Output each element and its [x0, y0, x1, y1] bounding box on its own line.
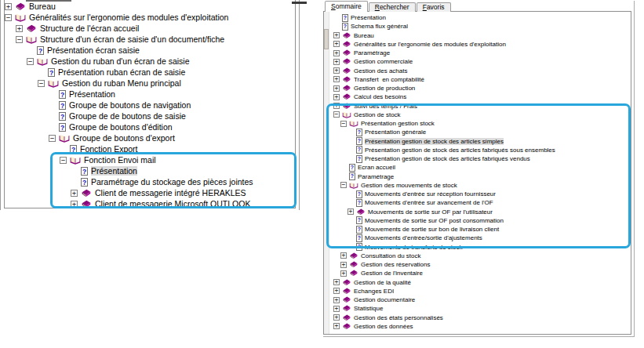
tree-item[interactable]: +Gestion des états personnalisés — [330, 314, 630, 322]
tree-item[interactable]: ?Groupe de boutons de navigation — [5, 100, 295, 111]
help-topic-icon: ? — [356, 199, 362, 207]
tree-item[interactable]: ?Mouvements de sortie sur OF post consom… — [330, 216, 630, 225]
expander-plus-icon[interactable]: + — [333, 279, 340, 285]
expander-plus-icon[interactable]: + — [347, 208, 354, 215]
tree-item[interactable]: −Gestion des mouvements de stock — [330, 181, 630, 190]
tree-item[interactable]: +Gestion documentaire — [330, 295, 630, 304]
tree-item[interactable]: ?Ecran accueil — [330, 163, 630, 172]
expander-plus-icon[interactable]: + — [340, 270, 347, 277]
expander-plus-icon[interactable]: + — [16, 25, 23, 32]
tree-item[interactable]: +Généralités sur l'ergonomie des modules… — [330, 40, 630, 49]
tree-item[interactable]: ?Mouvements d'entrée/sortie d'ajustement… — [330, 234, 630, 242]
expander-minus-icon[interactable]: − — [333, 111, 340, 118]
tree-item[interactable]: ?Présentation gestion de stock des artic… — [330, 137, 630, 146]
tree-item[interactable]: +Gestion des réservations — [330, 260, 630, 269]
scrollbar-track[interactable] — [324, 12, 329, 334]
tree-item[interactable]: +Gestion de production — [330, 84, 630, 92]
expander-plus-icon[interactable]: + — [333, 297, 340, 303]
expander-plus-icon[interactable]: + — [333, 94, 340, 100]
expander-plus-icon[interactable]: + — [333, 103, 340, 109]
expander-plus-icon[interactable]: + — [333, 41, 340, 47]
tree-item-label: Gestion des achats — [354, 67, 407, 74]
tree-item[interactable]: ?Mouvements de transferts de stock — [330, 243, 630, 252]
tree-item[interactable]: +Bureau — [330, 31, 630, 40]
expander-minus-icon[interactable]: − — [27, 58, 34, 65]
tree-item[interactable]: −Fonction Envoi mail — [5, 154, 295, 165]
tree-item[interactable]: ?Paramétrage — [330, 172, 630, 181]
expander-minus-icon[interactable]: − — [60, 157, 67, 164]
tree-item[interactable]: ?Présentation gestion de stock des artic… — [330, 146, 630, 154]
tree-item[interactable]: ?Présentation — [330, 13, 630, 22]
expander-minus-icon[interactable]: − — [49, 135, 56, 142]
expander-minus-icon[interactable]: − — [340, 121, 347, 127]
tab-sommaire[interactable]: Sommaire — [325, 1, 368, 12]
tree-item[interactable]: −Structure d'un écran de saisie d'un doc… — [5, 34, 295, 45]
expander-plus-icon[interactable]: + — [333, 50, 340, 56]
expander-minus-icon[interactable]: − — [340, 182, 347, 188]
tree-item[interactable]: ?Présentation — [5, 165, 295, 176]
tree-item[interactable]: +Client de messagerie Microsoft OUTLOOK — [5, 198, 295, 208]
expander-plus-icon[interactable]: + — [333, 67, 340, 74]
expander-plus-icon[interactable]: + — [333, 59, 340, 65]
expander-plus-icon[interactable]: + — [333, 32, 340, 38]
scrollbar-thumb[interactable] — [324, 29, 329, 49]
expander-plus-icon[interactable]: + — [333, 314, 340, 321]
tree-item[interactable]: ?Présentation — [5, 89, 295, 100]
tree-item[interactable]: +Bureau — [5, 1, 295, 12]
tab-favoris[interactable]: Favoris — [417, 2, 451, 12]
expander-plus-icon[interactable]: + — [5, 3, 12, 10]
tree-item[interactable]: +Gestion des données — [330, 322, 630, 331]
expander-plus-icon[interactable]: + — [71, 190, 78, 197]
left-tree-panel: +Bureau−Généralités sur l'ergonomie des … — [4, 0, 296, 208]
tree-item[interactable]: +Gestion commerciale — [330, 57, 630, 66]
tree-item[interactable]: ?Mouvements de sortie sur bon de livrais… — [330, 225, 630, 234]
tree-item[interactable]: −Gestion du ruban d'un écran de saisie — [5, 56, 295, 67]
expander-minus-icon[interactable]: − — [16, 36, 23, 43]
tree-item[interactable]: +Paramétrage — [330, 49, 630, 57]
expander-plus-icon[interactable]: + — [333, 306, 340, 312]
tab-rechercher[interactable]: Rechercher — [369, 2, 416, 12]
tree-item[interactable]: +Statistique — [330, 304, 630, 313]
expander-minus-icon[interactable]: − — [38, 80, 45, 87]
tree-item[interactable]: −Gestion de stock — [330, 111, 630, 119]
tree-item-label: Mouvements d'entrée sur réception fourni… — [365, 190, 496, 198]
help-topic-icon: ? — [81, 167, 88, 176]
expander-minus-icon[interactable]: − — [5, 14, 12, 21]
tree-item[interactable]: ?Schema flux général — [330, 22, 630, 31]
tree-item[interactable]: ?Présentation écran saisie — [5, 45, 295, 56]
tree-item[interactable]: ?Groupe de de boutons de saisie — [5, 111, 295, 121]
tree-item[interactable]: −Présentation gestion stock — [330, 119, 630, 128]
tree-item[interactable]: +Gestion de l'inventaire — [330, 269, 630, 277]
tree-item[interactable]: ?Mouvements d'entrée sur avancement de l… — [330, 198, 630, 207]
tree-item[interactable]: +Structure de l'écran accueil — [5, 23, 295, 34]
tree-item[interactable]: −Généralités sur l'ergonomie des modules… — [5, 12, 295, 23]
expander-plus-icon[interactable]: + — [340, 252, 347, 259]
tree-item-label: Structure d'un écran de saisie d'un docu… — [40, 34, 224, 44]
tree-item[interactable]: +Calcul des besoins — [330, 92, 630, 101]
tree-item[interactable]: +Suivi des temps / Frais — [330, 102, 630, 111]
expander-plus-icon[interactable]: + — [333, 85, 340, 92]
tab-bar: SommaireRechercherFavoris — [325, 1, 452, 12]
tree-item[interactable]: ?Mouvements d'entrée sur réception fourn… — [330, 190, 630, 198]
help-topic-icon: ? — [356, 243, 362, 251]
tree-item[interactable]: +Gestion de la qualité — [330, 278, 630, 287]
tree-item[interactable]: +Client de messagerie intégré HERAKLES — [5, 187, 295, 198]
tree-item[interactable]: +Consultation du stock — [330, 252, 630, 260]
tree-item[interactable]: ?Présentation gestion de stock des artic… — [330, 154, 630, 163]
tree-item[interactable]: ?Présentation générale — [330, 128, 630, 136]
expander-plus-icon[interactable]: + — [333, 288, 340, 294]
tree-item[interactable]: ?Paramétrage du stockage des pièces join… — [5, 176, 295, 187]
expander-plus-icon[interactable]: + — [340, 262, 347, 268]
expander-plus-icon[interactable]: + — [333, 76, 340, 82]
tree-item[interactable]: −Gestion du ruban Menu principal — [5, 78, 295, 89]
expander-plus-icon[interactable]: + — [333, 323, 340, 329]
tree-item[interactable]: +Gestion des achats — [330, 67, 630, 75]
tree-item[interactable]: +Echanges EDI — [330, 287, 630, 295]
tree-item[interactable]: −Groupe de boutons d'export — [5, 132, 295, 143]
tree-item[interactable]: ?Présentation ruban écran de saisie — [5, 67, 295, 78]
tree-item[interactable]: ?Groupe de boutons d'édition — [5, 121, 295, 132]
tree-item[interactable]: ?Fonction Export — [5, 143, 295, 154]
expander-plus-icon[interactable]: + — [71, 201, 78, 208]
tree-item[interactable]: +Mouvements de sortie sur OF par l'utili… — [330, 208, 630, 216]
tree-item[interactable]: +Transfert en comptabilité — [330, 75, 630, 84]
